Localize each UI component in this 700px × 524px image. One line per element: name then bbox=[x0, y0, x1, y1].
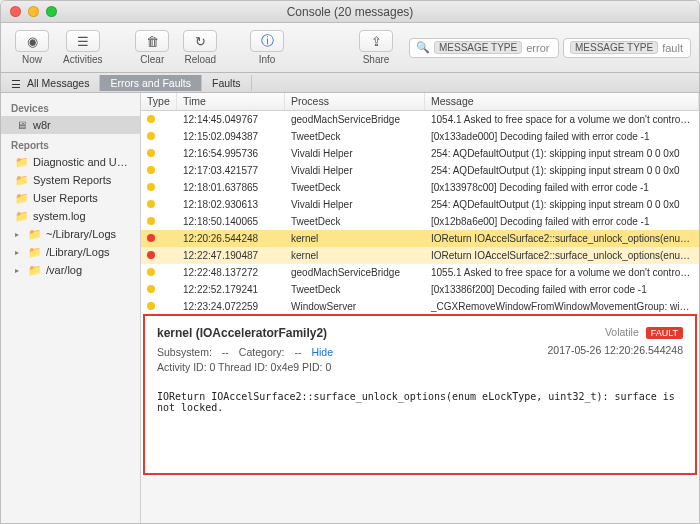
reload-icon: ↻ bbox=[183, 30, 217, 52]
tab-errors-faults[interactable]: Errors and Faults bbox=[100, 75, 202, 91]
cell-process: kernel bbox=[285, 233, 425, 244]
severity-dot-icon bbox=[147, 183, 155, 191]
tab-faults[interactable]: Faults bbox=[202, 75, 252, 91]
sidebar-report-item[interactable]: 📁User Reports bbox=[1, 189, 140, 207]
disclosure-icon[interactable]: ▸ bbox=[15, 266, 23, 275]
cell-time: 12:22:52.179241 bbox=[177, 284, 285, 295]
disclosure-icon[interactable]: ▸ bbox=[15, 230, 23, 239]
cell-time: 12:15:02.094387 bbox=[177, 131, 285, 142]
severity-dot-icon bbox=[147, 200, 155, 208]
sidebar-path-item[interactable]: ▸📁/Library/Logs bbox=[1, 243, 140, 261]
col-time[interactable]: Time bbox=[177, 93, 285, 110]
sidebar-header-reports: Reports bbox=[1, 134, 140, 153]
folder-icon: 📁 bbox=[15, 175, 28, 186]
share-button[interactable]: ⇪ Share bbox=[353, 28, 399, 67]
detail-message: IOReturn IOAccelSurface2::surface_unlock… bbox=[157, 391, 683, 413]
close-icon[interactable] bbox=[10, 6, 21, 17]
cell-message: 1054.1 Asked to free space for a volume … bbox=[425, 114, 699, 125]
col-process[interactable]: Process bbox=[285, 93, 425, 110]
table-row[interactable]: 12:16:54.995736Vivaldi Helper254: AQDefa… bbox=[141, 145, 699, 162]
imac-icon: 🖥 bbox=[15, 120, 28, 131]
severity-dot-icon bbox=[147, 149, 155, 157]
cell-process: Vivaldi Helper bbox=[285, 148, 425, 159]
cell-process: Vivaldi Helper bbox=[285, 165, 425, 176]
table-row[interactable]: 12:22:52.179241TweetDeck[0x13386f200] De… bbox=[141, 281, 699, 298]
severity-dot-icon bbox=[147, 285, 155, 293]
search-icon: 🔍 bbox=[416, 41, 430, 54]
severity-dot-icon bbox=[147, 132, 155, 140]
cell-message: _CGXRemoveWindowFromWindowMovementGroup:… bbox=[425, 301, 699, 312]
cell-time: 12:20:26.544248 bbox=[177, 233, 285, 244]
severity-dot-icon bbox=[147, 268, 155, 276]
folder-icon: 📁 bbox=[15, 157, 28, 168]
minimize-icon[interactable] bbox=[28, 6, 39, 17]
table-row[interactable]: 12:17:03.421577Vivaldi Helper254: AQDefa… bbox=[141, 162, 699, 179]
cell-process: TweetDeck bbox=[285, 131, 425, 142]
table-row[interactable]: 12:14:45.049767geodMachServiceBridge1054… bbox=[141, 111, 699, 128]
cell-time: 12:23:24.072259 bbox=[177, 301, 285, 312]
window-title: Console (20 messages) bbox=[1, 5, 699, 19]
cell-message: IOReturn IOAccelSurface2::surface_unlock… bbox=[425, 233, 699, 244]
cell-time: 12:18:01.637865 bbox=[177, 182, 285, 193]
log-rows[interactable]: 12:14:45.049767geodMachServiceBridge1054… bbox=[141, 111, 699, 312]
tab-all-messages[interactable]: ☰ All Messages bbox=[1, 75, 100, 91]
sidebar-report-item[interactable]: 📁System Reports bbox=[1, 171, 140, 189]
hide-link[interactable]: Hide bbox=[311, 346, 333, 358]
detail-activity: Activity ID: 0 Thread ID: 0x4e9 PID: 0 bbox=[157, 361, 683, 373]
col-message[interactable]: Message bbox=[425, 93, 699, 110]
cell-message: 1055.1 Asked to free space for a volume … bbox=[425, 267, 699, 278]
reload-button[interactable]: ↻ Reload bbox=[177, 28, 223, 67]
activities-icon: ☰ bbox=[66, 30, 100, 52]
clear-button[interactable]: 🗑 Clear bbox=[129, 28, 175, 67]
now-icon: ◉ bbox=[15, 30, 49, 52]
severity-dot-icon bbox=[147, 251, 155, 259]
cell-process: WindowServer bbox=[285, 301, 425, 312]
titlebar: Console (20 messages) bbox=[1, 1, 699, 23]
activities-button[interactable]: ☰ Activities bbox=[57, 28, 108, 67]
table-row[interactable]: 12:20:26.544248kernelIOReturn IOAccelSur… bbox=[141, 230, 699, 247]
sidebar-report-item[interactable]: 📁Diagnostic and U… bbox=[1, 153, 140, 171]
cell-process: kernel bbox=[285, 250, 425, 261]
disclosure-icon[interactable]: ▸ bbox=[15, 248, 23, 257]
toolbar: ◉ Now ☰ Activities 🗑 Clear ↻ Reload ⓘ In… bbox=[1, 23, 699, 73]
severity-dot-icon bbox=[147, 217, 155, 225]
table-row[interactable]: 12:18:50.140065TweetDeck[0x12b8a6e00] De… bbox=[141, 213, 699, 230]
search-filter-1[interactable]: 🔍 MESSAGE TYPE error bbox=[409, 38, 559, 58]
cell-message: IOReturn IOAccelSurface2::surface_unlock… bbox=[425, 250, 699, 261]
cell-process: geodMachServiceBridge bbox=[285, 114, 425, 125]
trash-icon: 🗑 bbox=[135, 30, 169, 52]
sidebar-report-item[interactable]: 📁system.log bbox=[1, 207, 140, 225]
sidebar-header-devices: Devices bbox=[1, 97, 140, 116]
zoom-icon[interactable] bbox=[46, 6, 57, 17]
table-row[interactable]: 12:18:02.930613Vivaldi Helper254: AQDefa… bbox=[141, 196, 699, 213]
filter-pill-value: error bbox=[526, 42, 549, 54]
severity-dot-icon bbox=[147, 234, 155, 242]
sidebar-device[interactable]: 🖥 w8r bbox=[1, 116, 140, 134]
table-row[interactable]: 12:23:24.072259WindowServer_CGXRemoveWin… bbox=[141, 298, 699, 312]
cell-message: 254: AQDefaultOutput (1): skipping input… bbox=[425, 199, 699, 210]
detail-timestamp: 2017-05-26 12:20:26.544248 bbox=[548, 344, 683, 356]
filter-pill-value: fault bbox=[662, 42, 683, 54]
cell-message: [0x12b8a6e00] Decoding failed with error… bbox=[425, 216, 699, 227]
now-button[interactable]: ◉ Now bbox=[9, 28, 55, 67]
table-row[interactable]: 12:15:02.094387TweetDeck[0x133ade000] De… bbox=[141, 128, 699, 145]
cell-time: 12:16:54.995736 bbox=[177, 148, 285, 159]
severity-dot-icon bbox=[147, 302, 155, 310]
cell-process: TweetDeck bbox=[285, 182, 425, 193]
sidebar-path-item[interactable]: ▸📁~/Library/Logs bbox=[1, 225, 140, 243]
info-button[interactable]: ⓘ Info bbox=[244, 28, 290, 67]
footer-spacer bbox=[141, 477, 699, 523]
search-filter-2[interactable]: MESSAGE TYPE fault bbox=[563, 38, 691, 58]
fault-badge: FAULT bbox=[646, 327, 683, 339]
folder-icon: 📁 bbox=[28, 247, 41, 258]
cell-process: TweetDeck bbox=[285, 284, 425, 295]
table-row[interactable]: 12:22:47.190487kernelIOReturn IOAccelSur… bbox=[141, 247, 699, 264]
folder-icon: 📁 bbox=[28, 229, 41, 240]
cell-time: 12:14:45.049767 bbox=[177, 114, 285, 125]
volatile-label: Volatile bbox=[605, 326, 639, 338]
table-row[interactable]: 12:18:01.637865TweetDeck[0x133978c00] De… bbox=[141, 179, 699, 196]
table-row[interactable]: 12:22:48.137272geodMachServiceBridge1055… bbox=[141, 264, 699, 281]
cell-process: geodMachServiceBridge bbox=[285, 267, 425, 278]
sidebar-path-item[interactable]: ▸📁/var/log bbox=[1, 261, 140, 279]
col-type[interactable]: Type bbox=[141, 93, 177, 110]
